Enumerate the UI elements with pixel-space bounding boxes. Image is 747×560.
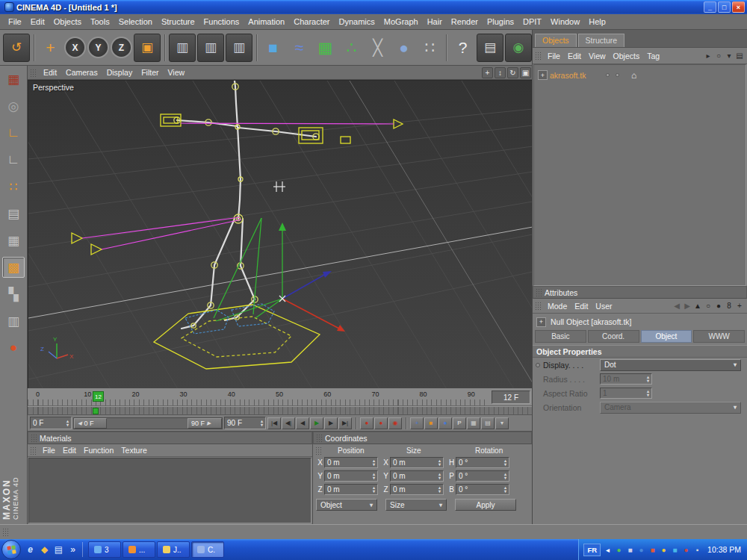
menubar-item-character[interactable]: Character: [289, 17, 334, 26]
key-scale-toggle[interactable]: ■: [424, 417, 438, 429]
coord-size-y-field[interactable]: 0 m▴▾: [390, 470, 444, 482]
menubar-item-objects[interactable]: Objects: [49, 17, 86, 26]
panel-grip-icon[interactable]: [2, 528, 9, 536]
spinner-icon[interactable]: ▴▾: [438, 459, 441, 467]
texture-mode-icon[interactable]: ▩: [2, 257, 25, 278]
coord-position-y-field[interactable]: 0 m▴▾: [324, 470, 378, 482]
task-button-3[interactable]: J..: [157, 541, 190, 558]
key-parameter-toggle[interactable]: P: [453, 417, 466, 429]
panel-grip-icon[interactable]: [535, 52, 542, 60]
viewport-canvas[interactable]: Y X Z Perspective: [28, 80, 532, 388]
search-icon[interactable]: ○: [703, 301, 713, 311]
coordinates-panel-header[interactable]: Coordinates: [313, 432, 532, 444]
lock-icon[interactable]: ●: [713, 301, 724, 311]
pan-view-icon[interactable]: +: [482, 67, 493, 78]
viewport-menu-view[interactable]: View: [163, 68, 189, 77]
menubar-item-hair[interactable]: Hair: [423, 17, 447, 26]
start-button[interactable]: [1, 540, 21, 559]
object-axis-mode-icon[interactable]: ∟: [2, 149, 25, 170]
hypernurbs-icon[interactable]: ●: [391, 34, 416, 61]
language-indicator[interactable]: FR: [583, 544, 601, 556]
panel-grip-icon[interactable]: [30, 447, 37, 455]
panel-grip-icon[interactable]: [535, 302, 542, 310]
point-mode-icon[interactable]: ∷: [2, 176, 25, 197]
attr-tab-www[interactable]: WWW: [693, 330, 745, 343]
texture-axis-mode-icon[interactable]: ▚: [2, 284, 25, 305]
keyframe-dot-icon[interactable]: [536, 363, 540, 367]
attr-menu-mode[interactable]: Mode: [544, 302, 571, 311]
spinner-icon[interactable]: ▴▾: [373, 459, 375, 467]
manager-tab-structure[interactable]: Structure: [578, 34, 625, 47]
om-menu-view[interactable]: View: [585, 52, 610, 60]
polygon-mode-icon[interactable]: ▦: [2, 230, 25, 251]
timeline-options-button[interactable]: ▤: [481, 417, 495, 429]
attr-menu-user[interactable]: User: [592, 302, 616, 311]
spinner-icon[interactable]: ▴▾: [504, 486, 506, 494]
content-browser-icon[interactable]: ◉: [505, 34, 532, 62]
key-position-toggle[interactable]: +: [410, 417, 424, 429]
show-desktop-icon[interactable]: ▤: [52, 542, 65, 557]
overflow-chevron-icon[interactable]: »: [66, 542, 79, 557]
materials-list-area[interactable]: [28, 458, 311, 523]
coordinate-system-icon[interactable]: ▣: [134, 34, 161, 62]
close-button[interactable]: ×: [732, 1, 745, 13]
panel-grip-icon[interactable]: [30, 69, 37, 77]
task-button-2[interactable]: ...: [123, 541, 155, 558]
next-frame-button[interactable]: ▶: [324, 417, 338, 429]
task-group-button[interactable]: 3: [88, 541, 121, 558]
coord-position-z-field[interactable]: 0 m▴▾: [324, 484, 378, 495]
current-frame-field[interactable]: 12 F: [492, 391, 530, 404]
tray-icon-2[interactable]: ■: [625, 545, 635, 555]
tray-icon-3[interactable]: ●: [636, 545, 646, 555]
key-pla-toggle[interactable]: ▦: [467, 417, 480, 429]
frame-start-field[interactable]: 0 F▴▾: [30, 417, 72, 429]
filter-triangle-icon[interactable]: ▲: [692, 301, 703, 311]
panel-grip-icon[interactable]: [536, 288, 542, 296]
lock-z-axis-icon[interactable]: Z: [111, 37, 132, 58]
new-panel-icon[interactable]: +: [734, 301, 745, 311]
panel-menu-icon[interactable]: ▤: [734, 51, 745, 61]
goto-start-button[interactable]: |◀: [267, 417, 281, 429]
spinner-icon[interactable]: ▴▾: [504, 473, 506, 480]
coord-size-z-field[interactable]: 0 m▴▾: [390, 484, 444, 495]
spinner-icon[interactable]: ▴▾: [373, 486, 375, 494]
timeline-current-marker[interactable]: 12: [93, 391, 104, 402]
spinner-icon[interactable]: ▴▾: [373, 473, 375, 480]
nav-back-icon[interactable]: ◀: [672, 301, 682, 311]
om-menu-objects[interactable]: Objects: [610, 52, 644, 60]
viewport-menu-edit[interactable]: Edit: [39, 68, 61, 77]
menubar-item-dpit[interactable]: DPIT: [518, 17, 546, 26]
tray-icon-1[interactable]: ●: [614, 545, 624, 555]
coord-rotation-p-field[interactable]: 0 °▴▾: [456, 470, 509, 482]
attr-menu-edit[interactable]: Edit: [571, 302, 592, 311]
panel-grip-icon[interactable]: [31, 434, 37, 442]
link-icon[interactable]: 8: [724, 301, 734, 311]
animation-mode-icon[interactable]: ●: [2, 337, 25, 358]
om-menu-file[interactable]: File: [544, 52, 564, 60]
frame-end-field[interactable]: 90 F▴▾: [224, 417, 266, 429]
menubar-item-render[interactable]: Render: [447, 17, 483, 26]
tray-icon-8[interactable]: ▪: [692, 545, 702, 555]
display-dropdown[interactable]: Dot▾: [600, 359, 741, 371]
timeline-tickstrip[interactable]: [28, 406, 532, 415]
visibility-dot-render[interactable]: [616, 73, 619, 77]
generator-icon[interactable]: ▦: [313, 34, 338, 61]
spinner-icon[interactable]: ▴▾: [647, 376, 649, 383]
spinner-icon[interactable]: ▴▾: [647, 390, 649, 397]
materials-menu-function[interactable]: Function: [80, 446, 117, 455]
attr-tab-object[interactable]: Object: [641, 330, 692, 343]
record-options-button[interactable]: ◉: [388, 417, 402, 429]
ie-quicklaunch-icon[interactable]: e: [24, 542, 37, 557]
materials-menu-edit[interactable]: Edit: [59, 446, 80, 455]
coord-position-x-field[interactable]: 0 m▴▾: [324, 457, 378, 468]
timeline-ruler[interactable]: 010203040506070809012: [28, 388, 489, 405]
spinner-icon[interactable]: ▴▾: [438, 473, 441, 480]
restore-button[interactable]: □: [718, 1, 731, 13]
spinner-icon[interactable]: ▴▾: [66, 420, 69, 427]
prev-frame-button[interactable]: ◀: [296, 417, 309, 429]
coord-size-x-field[interactable]: 0 m▴▾: [390, 457, 444, 468]
materials-panel-header[interactable]: Materials: [28, 432, 312, 444]
coord-size-dropdown[interactable]: Size▾: [385, 499, 447, 511]
menubar-item-mograph[interactable]: MoGraph: [379, 17, 423, 26]
timeline-range-slider[interactable]: ◀0 F 90 F▶: [73, 417, 223, 429]
